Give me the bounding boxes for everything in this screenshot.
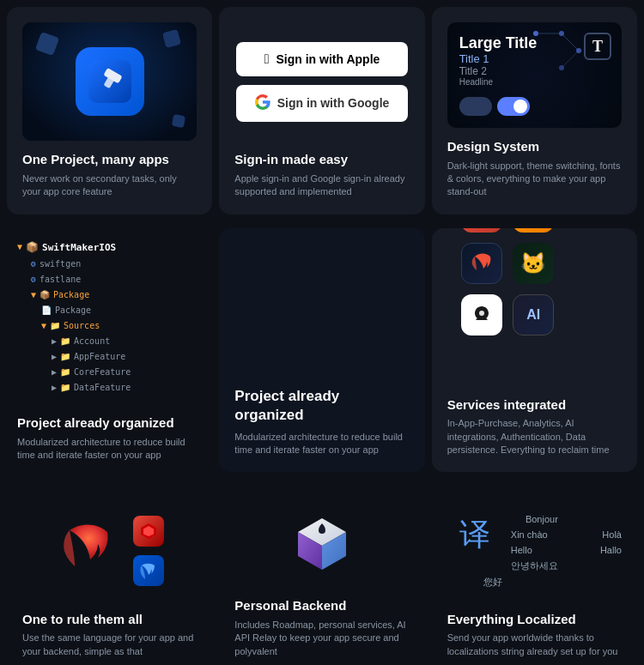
lang-hola: Holà bbox=[567, 529, 622, 540]
floating-cube-2 bbox=[162, 29, 181, 48]
ft-corefeature: ▶ 📁 CoreFeature bbox=[17, 365, 131, 380]
toggle-off[interactable] bbox=[459, 97, 492, 116]
title1-label: Title 1 bbox=[459, 52, 538, 65]
localized-visual: Bonjour Xin chào Holà 译 Hello Hallo 안녕하세… bbox=[447, 501, 622, 600]
ft-root: ▼ 📦 SwiftMakerIOS bbox=[17, 239, 131, 257]
swift-title: One to rule them all bbox=[22, 611, 197, 628]
row2-grid: ▼ 📦 SwiftMakerIOS ⚙ swiftgen ⚙ fastlane … bbox=[0, 221, 644, 480]
connector-lines bbox=[532, 29, 583, 72]
ai-icon: AI bbox=[513, 294, 554, 336]
translate-icon: 译 bbox=[447, 514, 502, 556]
svg-line-8 bbox=[562, 33, 579, 51]
title2-label: Title 2 bbox=[459, 65, 538, 77]
project-org-desc: Modularized architecture to reduce build… bbox=[17, 436, 202, 462]
toggle-on[interactable] bbox=[497, 97, 530, 116]
swift-card: One to rule them all Use the same langua… bbox=[7, 486, 212, 665]
services-title: Services integrated bbox=[447, 396, 622, 414]
google-btn-label: Sign in with Google bbox=[277, 96, 390, 110]
revenuecat-icon: RC bbox=[461, 228, 502, 233]
localized-card: Bonjour Xin chào Holà 译 Hello Hallo 안녕하세… bbox=[432, 486, 637, 665]
headline-label: Headline bbox=[459, 77, 538, 87]
services-card: RC bbox=[432, 228, 637, 473]
xcode-icon bbox=[76, 47, 144, 116]
typography-icon: T bbox=[584, 33, 611, 60]
xcode-visual bbox=[22, 22, 197, 141]
swift-desc: Use the same language for your app and y… bbox=[22, 632, 197, 658]
project-center-card: Project already organized Modularized ar… bbox=[219, 228, 424, 473]
ft-package-file: 📄 Package bbox=[17, 303, 131, 318]
sign-in-google-button[interactable]: Sign in with Google bbox=[236, 85, 408, 122]
swift-blue-icon bbox=[133, 555, 164, 586]
design-system-card: T Large Title Title 1 Title 2 Headline bbox=[432, 7, 637, 215]
services-desc: In-App-Purchase, Analytics, AI integrati… bbox=[447, 417, 622, 456]
ft-account: ▶ 📁 Account bbox=[17, 334, 131, 349]
row3-grid: One to rule them all Use the same langua… bbox=[0, 479, 644, 665]
ruby-icon bbox=[133, 516, 164, 547]
lang-bonjour: Bonjour bbox=[511, 514, 558, 524]
ft-fastlane: ⚙ fastlane bbox=[17, 272, 131, 287]
signin-title: Sign-in made easy bbox=[234, 151, 409, 168]
ft-package-folder: ▼ 📦 Package bbox=[17, 287, 131, 303]
ft-appfeature: ▶ 📁 AppFeature bbox=[17, 349, 131, 365]
services-visual: RC bbox=[447, 244, 622, 386]
filetree-card: ▼ 📦 SwiftMakerIOS ⚙ swiftgen ⚙ fastlane … bbox=[7, 228, 212, 473]
backend-visual bbox=[234, 501, 409, 587]
swiftui-icon bbox=[461, 243, 502, 284]
backend-desc: Includes Roadmap, personal services, AI … bbox=[234, 619, 409, 658]
row1-grid: One Project, many apps Never work on sec… bbox=[0, 0, 644, 221]
apple-logo-icon:  bbox=[264, 51, 270, 67]
lang-hallo: Hallo bbox=[567, 545, 622, 555]
large-title-label: Large Title bbox=[459, 34, 538, 52]
swift-logos bbox=[56, 516, 164, 586]
design-title: Design System bbox=[447, 138, 622, 155]
svg-line-9 bbox=[562, 51, 579, 68]
signin-desc: Apple sign-in and Google sign-in already… bbox=[234, 172, 409, 199]
signin-visual:  Sign in with Apple Sign in with Google bbox=[234, 22, 409, 141]
firebase-icon bbox=[513, 228, 554, 233]
lang-annyeong: 안녕하세요 bbox=[511, 559, 558, 572]
backend-cube-svg bbox=[288, 510, 356, 578]
one-project-card: One Project, many apps Never work on sec… bbox=[7, 7, 212, 215]
floating-cube-1 bbox=[35, 32, 59, 56]
signin-card:  Sign in with Apple Sign in with Google… bbox=[219, 7, 424, 215]
swift-visual bbox=[22, 501, 197, 600]
swift-bird-icon bbox=[56, 517, 116, 585]
one-project-title: One Project, many apps bbox=[22, 151, 197, 168]
backend-card: Personal Backend Includes Roadmap, perso… bbox=[219, 486, 424, 665]
icon-stack bbox=[133, 516, 164, 586]
lang-hello: Hello bbox=[511, 545, 558, 555]
ft-swiftgen: ⚙ swiftgen bbox=[17, 257, 131, 272]
backend-title: Personal Backend bbox=[234, 597, 409, 614]
ft-sources: ▼ 📁 Sources bbox=[17, 318, 131, 334]
apple-btn-label: Sign in with Apple bbox=[276, 52, 380, 66]
lottie-icon: 🐱 bbox=[513, 243, 554, 284]
ft-datafeature: ▶ 📁 DataFeature bbox=[17, 380, 131, 396]
lang-nihao: 您好 bbox=[447, 576, 502, 589]
filetree-visual: ▼ 📦 SwiftMakerIOS ⚙ swiftgen ⚙ fastlane … bbox=[17, 239, 202, 404]
openai-icon bbox=[461, 294, 502, 336]
project-visual bbox=[234, 244, 409, 378]
google-logo-icon bbox=[255, 94, 270, 112]
design-desc: Dark-light support, theme switching, fon… bbox=[447, 160, 622, 199]
design-visual: T Large Title Title 1 Title 2 Headline bbox=[447, 22, 622, 128]
lang-xinchao: Xin chào bbox=[511, 529, 558, 540]
floating-cube-3 bbox=[172, 114, 185, 128]
localized-title: Everything Localized bbox=[447, 611, 622, 628]
svg-point-11 bbox=[479, 311, 484, 316]
toggle-row bbox=[459, 97, 530, 116]
localized-desc: Send your app worldwide thanks to locali… bbox=[447, 632, 622, 658]
project-org-title: Project already organized bbox=[17, 414, 202, 432]
file-tree: ▼ 📦 SwiftMakerIOS ⚙ swiftgen ⚙ fastlane … bbox=[17, 239, 131, 396]
sign-in-apple-button[interactable]:  Sign in with Apple bbox=[236, 42, 408, 76]
project-center-desc: Modularized architecture to reduce build… bbox=[234, 431, 409, 457]
project-center-title: Project already organized bbox=[234, 387, 409, 425]
one-project-desc: Never work on secondary tasks, only your… bbox=[22, 172, 197, 199]
